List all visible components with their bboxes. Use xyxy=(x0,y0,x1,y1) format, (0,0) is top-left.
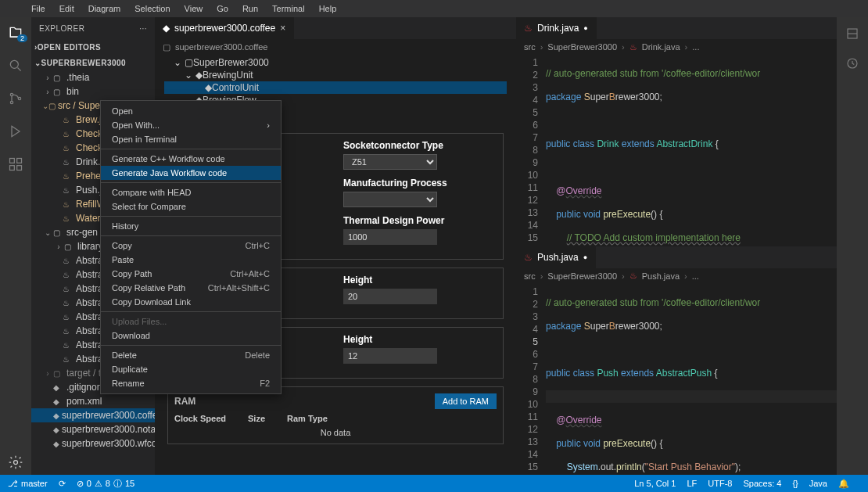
file-wfconfig[interactable]: ◆superbrewer3000.wfconfig xyxy=(31,436,155,451)
display-height-input[interactable] xyxy=(343,289,437,304)
svg-point-10 xyxy=(14,461,18,465)
outline-root[interactable]: ⌄▢ SuperBrewer3000 xyxy=(164,56,507,69)
display-height-label: Height xyxy=(343,275,497,286)
source-control-icon[interactable] xyxy=(6,89,25,108)
svg-rect-4 xyxy=(10,159,15,163)
context-menu: OpenOpen With...›Open in TerminalGenerat… xyxy=(100,100,282,394)
menu-item[interactable]: History xyxy=(101,219,281,233)
menu-item[interactable]: Compare with HEAD xyxy=(101,185,281,199)
svg-point-2 xyxy=(10,101,13,103)
breadcrumb-drink[interactable]: src› SuperBrewer3000› ♨Drink.java› ... xyxy=(516,39,868,55)
dim-height-label: Height xyxy=(343,334,497,345)
activity-bar: 2 xyxy=(0,17,31,475)
svg-rect-7 xyxy=(17,166,22,171)
socket-select[interactable]: Z51 xyxy=(343,154,437,170)
workspace-section[interactable]: ⌄SUPERBREWER3000 xyxy=(31,55,155,70)
menu-item[interactable]: DeleteDelete xyxy=(101,348,281,362)
menu-run[interactable]: Run xyxy=(242,4,258,13)
socket-label: Socketconnector Type xyxy=(343,140,497,151)
close-icon[interactable]: × xyxy=(280,23,285,34)
right-panel-icon-2[interactable] xyxy=(845,56,859,70)
open-editors-section[interactable]: ›OPEN EDITORS xyxy=(31,39,155,55)
col-clock: Clock Speed xyxy=(174,414,226,423)
ram-nodata: No data xyxy=(174,428,497,437)
file-notation[interactable]: ◆superbrewer3000.notation xyxy=(31,422,155,436)
debug-icon[interactable] xyxy=(6,122,25,141)
tab-drink[interactable]: ♨Drink.java● xyxy=(516,17,597,39)
code-lines: // auto-generated stub from '/coffee-edi… xyxy=(546,55,837,246)
menu-item[interactable]: CopyCtrl+C xyxy=(101,239,281,253)
menu-item[interactable]: Open xyxy=(101,104,281,118)
menu-item[interactable]: Download xyxy=(101,329,281,343)
menu-view[interactable]: View xyxy=(185,4,203,13)
menu-go[interactable]: Go xyxy=(217,4,228,13)
right-activity-bar xyxy=(837,17,868,475)
menu-item[interactable]: RenameF2 xyxy=(101,376,281,390)
menu-item[interactable]: Paste xyxy=(101,253,281,267)
menu-item[interactable]: Upload Files... xyxy=(101,314,281,329)
menu-item[interactable]: Generate C++ Workflow code xyxy=(101,152,281,166)
file-pom[interactable]: ◆pom.xml xyxy=(31,394,155,408)
svg-rect-5 xyxy=(17,159,22,163)
status-eol[interactable]: LF xyxy=(687,479,697,488)
menu-selection[interactable]: Selection xyxy=(135,4,170,13)
menu-diagram[interactable]: Diagram xyxy=(88,4,121,13)
code-lines: // auto-generated stub from '/coffee-edi… xyxy=(546,284,837,476)
status-sync[interactable]: ⟳ xyxy=(59,479,66,489)
status-spaces[interactable]: Spaces: 4 xyxy=(743,479,781,488)
menu-item[interactable]: Generate Java Workflow code xyxy=(101,166,281,180)
status-problems[interactable]: ⊘ 0 ⚠ 8 ⓘ 15 xyxy=(77,478,135,490)
tab-push[interactable]: ♨Push.java● xyxy=(516,246,596,268)
menu-item[interactable]: Copy Relative PathCtrl+Alt+Shift+C xyxy=(101,281,281,295)
outline-control[interactable]: ◆ ControlUnit xyxy=(164,81,507,94)
code-editor-push[interactable]: 123456789101112131415161718 // auto-gene… xyxy=(516,284,868,476)
code-editor-drink[interactable]: 123456789101112131415161718 // auto-gene… xyxy=(516,55,868,246)
mfg-select[interactable] xyxy=(343,192,437,207)
add-ram-button[interactable]: Add to RAM xyxy=(435,393,497,409)
col-size: Size xyxy=(248,414,265,423)
file-coffee[interactable]: ◆superbrewer3000.coffee xyxy=(31,408,155,422)
status-lang2[interactable]: Java xyxy=(809,479,827,488)
gear-icon[interactable] xyxy=(8,454,23,470)
menu-file[interactable]: File xyxy=(31,4,45,13)
menu-terminal[interactable]: Terminal xyxy=(272,4,305,13)
status-bar: ⎇ master ⟳ ⊘ 0 ⚠ 8 ⓘ 15 Ln 5, Col 1 LF U… xyxy=(0,475,868,492)
folder-theia[interactable]: ›▢.theia xyxy=(31,70,155,84)
menu-bar[interactable]: File Edit Diagram Selection View Go Run … xyxy=(0,0,868,17)
extensions-icon[interactable] xyxy=(6,155,25,174)
dirty-icon: ● xyxy=(583,253,587,261)
status-lang1[interactable]: {} xyxy=(792,479,798,488)
breadcrumb-push[interactable]: src› SuperBrewer3000› ♨Push.java› ... xyxy=(516,268,868,284)
ram-title: RAM xyxy=(174,396,195,407)
menu-item[interactable]: Copy PathCtrl+Alt+C xyxy=(101,267,281,281)
status-bell-icon[interactable]: 🔔 xyxy=(838,479,849,489)
menu-item[interactable]: Copy Download Link xyxy=(101,295,281,309)
breadcrumb-left[interactable]: ▢superbrewer3000.coffee xyxy=(155,39,516,55)
col-type: Ram Type xyxy=(287,414,328,423)
menu-edit[interactable]: Edit xyxy=(59,4,74,13)
search-icon[interactable] xyxy=(6,56,25,75)
menu-item[interactable]: Duplicate xyxy=(101,362,281,376)
sidebar-more-icon[interactable]: ··· xyxy=(139,24,147,33)
sidebar-title: EXPLORER xyxy=(39,24,84,33)
status-cursor[interactable]: Ln 5, Col 1 xyxy=(634,479,676,488)
tab-coffee[interactable]: ◆superbrewer3000.coffee× xyxy=(155,17,294,39)
right-editor-group: ♨Drink.java● src› SuperBrewer3000› ♨Drin… xyxy=(516,17,868,475)
outline-unit[interactable]: ⌄◆ BrewingUnit xyxy=(164,69,507,81)
menu-item[interactable]: Open With...› xyxy=(101,118,281,132)
tdp-input[interactable] xyxy=(343,229,437,245)
svg-point-1 xyxy=(10,93,13,95)
menu-item[interactable]: Open in Terminal xyxy=(101,132,281,146)
explorer-badge: 2 xyxy=(17,34,27,42)
folder-bin[interactable]: ›▢bin xyxy=(31,84,155,99)
right-panel-icon-1[interactable] xyxy=(845,27,859,41)
mfg-label: Manufacturing Process xyxy=(343,178,497,189)
status-branch[interactable]: ⎇ master xyxy=(8,479,48,489)
gutter: 123456789101112131415161718 xyxy=(516,55,546,246)
tdp-label: Thermal Design Power xyxy=(343,215,497,226)
dirty-icon: ● xyxy=(583,24,587,32)
menu-help[interactable]: Help xyxy=(319,4,337,13)
dim-height-input[interactable] xyxy=(343,348,437,364)
menu-item[interactable]: Select for Compare xyxy=(101,199,281,214)
status-encoding[interactable]: UTF-8 xyxy=(708,479,732,488)
